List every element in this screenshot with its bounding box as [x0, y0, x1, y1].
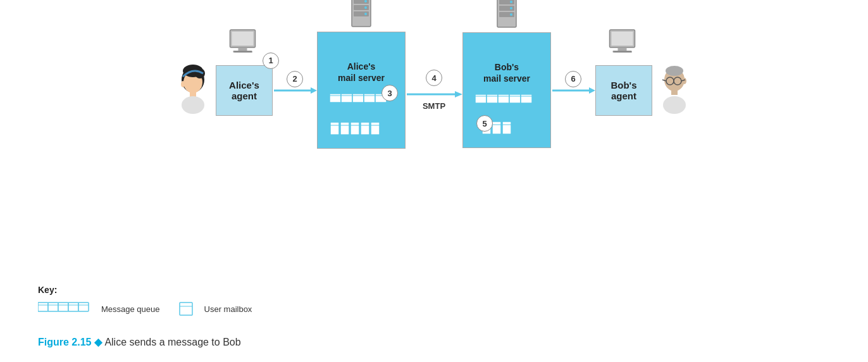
svg-point-18 [364, 0, 367, 3]
svg-marker-42 [455, 91, 462, 97]
svg-rect-89 [68, 303, 78, 311]
svg-rect-87 [58, 303, 68, 311]
step-6-circle: 6 [565, 71, 581, 87]
step-4-circle: 4 [426, 70, 442, 86]
svg-rect-33 [340, 122, 349, 135]
arrow-4-container: 4 SMTP [406, 70, 462, 111]
alice-mailbox-svg [330, 121, 393, 140]
step-1-circle: 1 [263, 53, 279, 69]
bob-agent-wrapper: Bob's agent [595, 65, 652, 116]
svg-point-74 [666, 66, 683, 76]
svg-rect-4 [190, 92, 196, 97]
svg-rect-64 [502, 122, 511, 134]
alice-computer-icon [227, 28, 262, 63]
bob-mail-server-wrapper: Bob's mail server [462, 32, 551, 148]
svg-point-20 [364, 13, 367, 15]
svg-point-77 [683, 78, 686, 84]
svg-rect-70 [618, 47, 627, 51]
svg-rect-31 [330, 122, 339, 135]
svg-rect-54 [498, 94, 509, 103]
svg-rect-91 [78, 303, 89, 311]
alice-mail-server-box: Alice's mail server 3 [317, 32, 406, 149]
svg-rect-21 [330, 94, 341, 103]
svg-rect-56 [509, 94, 521, 103]
svg-rect-85 [48, 303, 58, 311]
key-title: Key: [38, 285, 252, 295]
key-mailbox-icon [179, 300, 198, 318]
svg-point-48 [510, 7, 512, 9]
svg-point-76 [663, 96, 686, 114]
key-user-mailbox: User mailbox [179, 300, 252, 318]
svg-rect-35 [350, 122, 359, 135]
key-items: Message queue User mailbox [38, 300, 252, 318]
key-message-queue-label: Message queue [101, 304, 160, 314]
svg-rect-58 [521, 94, 532, 103]
figure-caption: Figure 2.15 ◆ Alice sends a message to B… [38, 336, 241, 348]
arrow-6-container: 6 [551, 85, 595, 96]
key-user-mailbox-label: User mailbox [204, 304, 252, 314]
bob-agent-box: Bob's agent [595, 65, 652, 116]
key-section: Key: [38, 285, 252, 318]
svg-marker-13 [311, 87, 317, 94]
alice-agent-wrapper: 1 Alice's agent [216, 65, 273, 116]
alice-agent-box: Alice's agent [216, 65, 273, 116]
key-queue-icon [38, 300, 95, 318]
arrow-4-svg [406, 89, 462, 100]
svg-point-6 [181, 81, 185, 87]
diagram-container: 1 Alice's agent 2 [0, 0, 868, 362]
key-message-queue: Message queue [38, 300, 160, 318]
svg-rect-72 [614, 51, 632, 53]
main-diagram: 1 Alice's agent 2 [0, 13, 868, 155]
svg-point-47 [510, 1, 512, 3]
svg-point-5 [182, 96, 204, 114]
svg-rect-8 [232, 32, 254, 46]
bob-message-queue [475, 91, 538, 116]
svg-rect-62 [492, 122, 501, 134]
svg-rect-93 [180, 303, 192, 315]
svg-rect-27 [364, 94, 375, 103]
svg-rect-75 [671, 90, 678, 95]
alice-message-queue: 3 [330, 90, 393, 117]
bob-figure [657, 62, 692, 119]
alice-mailboxes [330, 121, 393, 142]
bob-mailboxes: 5 [481, 120, 532, 141]
svg-rect-83 [38, 303, 48, 311]
svg-rect-52 [487, 94, 498, 103]
step-2-circle: 2 [287, 71, 303, 87]
svg-rect-25 [352, 94, 364, 103]
bob-mail-server-box: Bob's mail server [462, 32, 551, 148]
svg-point-19 [364, 6, 367, 9]
alice-figure [176, 62, 211, 119]
alice-server-icon [349, 0, 373, 30]
svg-rect-69 [612, 32, 633, 46]
step-3-circle: 3 [381, 85, 398, 101]
svg-rect-23 [341, 94, 352, 103]
svg-rect-37 [361, 122, 369, 135]
svg-rect-39 [371, 122, 380, 135]
svg-point-3 [195, 68, 205, 78]
svg-rect-9 [239, 47, 247, 51]
smtp-label: SMTP [423, 101, 445, 111]
svg-marker-67 [589, 87, 595, 94]
bob-person [657, 62, 692, 119]
arrow-2-container: 2 [273, 85, 317, 96]
svg-point-49 [510, 13, 512, 16]
caption-diamond: ◆ [94, 337, 104, 347]
svg-rect-11 [235, 51, 252, 53]
alice-person [176, 62, 211, 119]
bob-queue-svg [475, 91, 538, 115]
alice-mail-server-wrapper: Alice's mail server 3 [317, 32, 406, 149]
bob-server-icon [495, 0, 519, 31]
bob-computer-icon [607, 28, 642, 63]
caption-text: Alice sends a message to Bob [104, 337, 240, 347]
figure-label: Figure 2.15 [38, 337, 91, 347]
svg-rect-50 [475, 94, 487, 103]
